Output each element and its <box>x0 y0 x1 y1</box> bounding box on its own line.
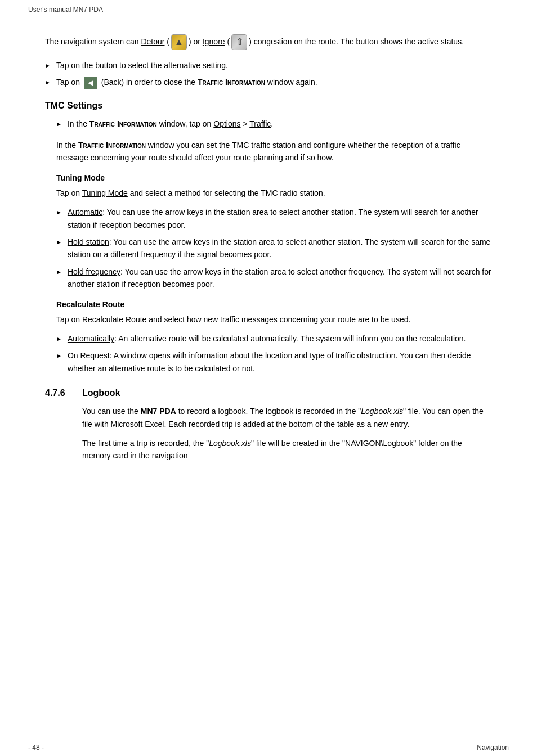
tuning-mode-bullets: ► Automatic: You can use the arrow keys … <box>56 206 492 290</box>
logbook-file-1: Logbook.xls <box>361 407 403 416</box>
tmc-para-1: In the Traffic Information window you ca… <box>56 139 492 164</box>
tuning-hold-station-item: ► Hold station: You can use the arrow ke… <box>56 236 492 261</box>
recalculate-bullets: ► Automatically: An alternative route wi… <box>56 332 492 375</box>
header-text: User's manual MN7 PDA <box>28 6 103 14</box>
bullet-arrow-2: ► <box>45 78 51 87</box>
automatic-link: Automatic <box>68 208 102 217</box>
automatically-link: Automatically <box>68 334 114 343</box>
section-476-title: Logbook <box>82 388 120 398</box>
mn7-pda-bold: MN7 PDA <box>141 407 176 416</box>
tuning-mode-heading: Tuning Mode <box>56 173 492 182</box>
section-476-container: 4.7.6 Logbook You can use the MN7 PDA to… <box>45 388 492 462</box>
intro-bullets: ► Tap on the button to select the altern… <box>45 59 492 89</box>
main-content: The navigation system can Detour (▲) or … <box>0 17 537 503</box>
page-header: User's manual MN7 PDA <box>0 0 537 17</box>
tuning-automatic-item: ► Automatic: You can use the arrow keys … <box>56 206 492 231</box>
recalculate-route-intro: Tap on Recalculate Route and select how … <box>56 313 492 326</box>
tuning-mode-link: Tuning Mode <box>82 188 128 197</box>
traffic-info-label-1: Traffic Information <box>198 78 265 87</box>
tuning-hold-frequency-item: ► Hold frequency: You can use the arrow … <box>56 266 492 291</box>
logbook-para-1: You can use the MN7 PDA to record a logb… <box>82 405 492 430</box>
hold-frequency-link: Hold frequency <box>68 267 120 276</box>
intro-bullet-1-text: Tap on the button to select the alternat… <box>56 59 228 71</box>
logbook-file-2: Logbook.xls <box>209 439 251 448</box>
traffic-info-label-2: Traffic Information <box>90 119 157 128</box>
tmc-bullets: ► In the Traffic Information window, tap… <box>56 118 492 130</box>
recalculate-request-text: On Request: A window opens with informat… <box>68 349 492 375</box>
ignore-icon: ⇧ <box>231 34 247 50</box>
recalculate-arrow-2: ► <box>56 352 62 361</box>
recalculate-arrow-1: ► <box>56 335 62 344</box>
tmc-bullet-1: ► In the Traffic Information window, tap… <box>56 118 492 130</box>
page: User's manual MN7 PDA The navigation sys… <box>0 0 537 756</box>
detour-link: Detour <box>141 37 164 46</box>
logbook-para-2: The first time a trip is recorded, the "… <box>82 437 492 462</box>
detour-icon: ▲ <box>171 34 187 50</box>
traffic-info-label-3: Traffic Information <box>78 141 146 150</box>
recalculate-request-item: ► On Request: A window opens with inform… <box>56 349 492 375</box>
recalculate-auto-item: ► Automatically: An alternative route wi… <box>56 332 492 345</box>
intro-paragraph: The navigation system can Detour (▲) or … <box>45 34 492 50</box>
intro-bullet-2: ► Tap on ◀ (Back) in order to close the … <box>45 76 492 89</box>
back-link: Back <box>104 78 121 87</box>
tuning-automatic-text: Automatic: You can use the arrow keys in… <box>68 206 492 231</box>
intro-bullet-1: ► Tap on the button to select the altern… <box>45 59 492 71</box>
traffic-link: Traffic <box>249 119 271 128</box>
tuning-arrow-3: ► <box>56 268 62 277</box>
tuning-hold-frequency-text: Hold frequency: You can use the arrow ke… <box>68 266 492 291</box>
recalculate-auto-text: Automatically: An alternative route will… <box>68 332 466 345</box>
options-link: Options <box>213 119 240 128</box>
hold-station-link: Hold station <box>68 237 109 246</box>
intro-bullet-2-content: Tap on ◀ (Back) in order to close the Tr… <box>56 76 317 89</box>
section-476-header: 4.7.6 Logbook <box>45 388 492 398</box>
tmc-bullet-arrow-1: ► <box>56 120 62 129</box>
tuning-mode-intro: Tap on Tuning Mode and select a method f… <box>56 187 492 199</box>
back-button-icon: ◀ <box>84 77 97 89</box>
bullet-arrow-1: ► <box>45 61 51 70</box>
tmc-settings-heading: TMC Settings <box>45 101 492 111</box>
tmc-settings-body: ► In the Traffic Information window, tap… <box>56 118 492 375</box>
recalculate-route-heading: Recalculate Route <box>56 300 492 309</box>
recalculate-route-link: Recalculate Route <box>82 315 146 324</box>
section-476-body: You can use the MN7 PDA to record a logb… <box>82 405 492 462</box>
page-footer: - 48 - Navigation <box>0 739 537 756</box>
footer-page-number: - 48 - <box>28 744 44 752</box>
tuning-arrow-2: ► <box>56 238 62 247</box>
ignore-link: Ignore <box>203 37 225 46</box>
section-476-number: 4.7.6 <box>45 388 73 398</box>
tmc-bullet-1-text: In the Traffic Information window, tap o… <box>68 118 273 130</box>
tuning-arrow-1: ► <box>56 208 62 217</box>
on-request-link: On Request <box>68 351 110 360</box>
tuning-hold-station-text: Hold station: You can use the arrow keys… <box>68 236 492 261</box>
footer-section: Navigation <box>477 744 509 752</box>
